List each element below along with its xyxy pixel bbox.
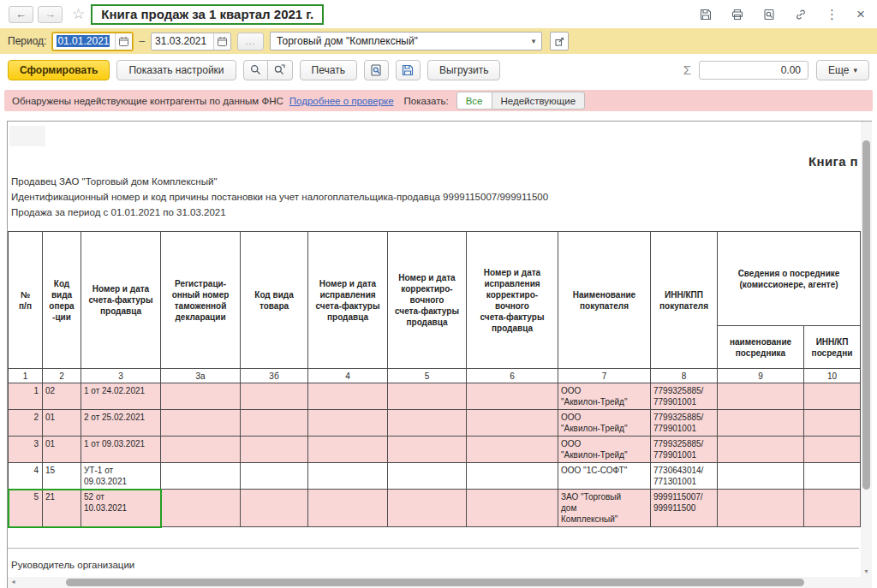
date-to-field[interactable]: 31.03.2021 (151, 33, 231, 50)
col-header-adjustment[interactable]: Номер и дата корректиро- вочного счета-ф… (388, 232, 467, 369)
organization-combo[interactable]: Торговый дом "Комплексный" ▾ (270, 32, 542, 50)
filter-inactive-button[interactable]: Недействующие (492, 92, 586, 110)
print-icon[interactable] (731, 8, 744, 21)
calendar-icon[interactable] (115, 33, 132, 50)
col-number[interactable]: 4 (308, 369, 388, 383)
cell-col11[interactable] (718, 463, 804, 490)
cell-col8[interactable] (467, 463, 558, 490)
col-number[interactable]: 6 (467, 369, 558, 383)
cell-col9[interactable]: ООО "1С-СОФТ" (558, 463, 651, 490)
preview-icon[interactable] (762, 8, 776, 21)
scroll-left-icon[interactable]: ◄ (10, 579, 16, 585)
cell-col7[interactable] (388, 383, 467, 410)
cell-col12[interactable] (804, 490, 861, 527)
cell-col4[interactable] (161, 383, 241, 410)
print-button[interactable]: Печать (300, 60, 357, 80)
cell-col1[interactable]: 2 (9, 410, 43, 437)
col-number[interactable]: 8 (651, 369, 718, 383)
cell-col5[interactable] (241, 383, 308, 410)
horizontal-scrollbar[interactable]: ◄ (8, 577, 861, 588)
horizontal-scrollbar-thumb[interactable] (66, 579, 804, 586)
calendar-icon[interactable] (213, 33, 230, 50)
col-header-op-code[interactable]: Код вида опера -ции (43, 232, 81, 369)
organization-value[interactable]: Торговый дом "Комплексный" (271, 35, 526, 47)
col-number[interactable]: 9 (718, 369, 804, 383)
cell-col7[interactable] (388, 410, 467, 437)
col-header-buyer-name[interactable]: Наименование покупателя (558, 232, 651, 369)
cell-col8[interactable] (467, 410, 558, 437)
cell-col4[interactable] (161, 410, 241, 437)
period-more-button[interactable]: ... (237, 33, 264, 50)
cell-col4[interactable] (161, 437, 241, 463)
col-header-buyer-inn[interactable]: ИНН/КПП покупателя (651, 232, 718, 369)
cell-col10[interactable]: 7799325885/ 779901001 (651, 410, 718, 437)
cell-col11[interactable] (718, 410, 804, 437)
cell-col7[interactable] (388, 463, 467, 490)
cell-col2[interactable]: 15 (43, 463, 81, 490)
sheet-corner[interactable] (9, 126, 45, 146)
show-settings-button[interactable]: Показать настройки (116, 60, 236, 80)
cell-col9[interactable]: ЗАО "Торговый дом Комплексный" (558, 490, 651, 527)
col-number[interactable]: 1 (9, 369, 43, 383)
vertical-scrollbar-thumb[interactable] (862, 140, 870, 490)
cell-col10[interactable]: 9999115007/ 999911500 (651, 490, 718, 527)
col-header-agent-inn[interactable]: ИНН/КП посредни (804, 326, 861, 369)
print-preview-button[interactable] (364, 60, 389, 80)
col-number[interactable]: 10 (804, 369, 861, 383)
cell-col6[interactable] (308, 383, 388, 410)
sum-input[interactable] (699, 61, 808, 80)
cell-col2[interactable]: 21 (43, 490, 81, 527)
forward-button[interactable]: → (38, 6, 63, 23)
cell-col9[interactable]: ООО "Аквилон-Трейд" (558, 383, 651, 410)
cell-col1[interactable]: 5 (9, 490, 43, 527)
close-icon[interactable]: × (856, 7, 865, 21)
cell-col11[interactable] (718, 383, 804, 410)
link-icon[interactable] (794, 8, 808, 21)
col-number[interactable]: 3а (161, 369, 241, 383)
col-header-invoice[interactable]: Номер и дата счета-фактуры продавца (81, 232, 161, 369)
cell-col11[interactable] (718, 437, 804, 463)
cell-col9[interactable]: ООО "Аквилон-Трейд" (558, 437, 651, 463)
cell-col1[interactable]: 1 (9, 383, 43, 410)
cell-col3[interactable]: 1 от 09.03.2021 (81, 437, 161, 463)
back-button[interactable]: ← (9, 6, 33, 23)
cell-col10[interactable]: 7799325885/ 779901001 (651, 383, 718, 410)
organization-open-button[interactable] (550, 32, 569, 50)
col-number[interactable]: 3б (241, 369, 308, 383)
cell-col6[interactable] (308, 490, 388, 527)
col-number[interactable]: 7 (558, 369, 651, 383)
cell-col3[interactable]: 2 от 25.02.2021 (81, 410, 161, 437)
save-icon[interactable] (699, 8, 713, 21)
export-button[interactable]: Выгрузить (427, 60, 501, 80)
cell-col5[interactable] (241, 437, 308, 463)
cell-col3[interactable]: УТ-1 от 09.03.2021 (81, 463, 161, 490)
cell-col11[interactable] (718, 490, 804, 527)
col-header-agent-group[interactable]: Сведения о посреднике (комиссионере, аге… (718, 232, 861, 326)
col-header-correction[interactable]: Номер и дата исправления счета-фактуры п… (308, 232, 388, 369)
cell-col9[interactable]: ООО "Аквилон-Трейд" (558, 410, 651, 437)
more-menu-icon[interactable]: ⋮ (826, 8, 838, 21)
cell-col10[interactable]: 7799325885/ 779901001 (651, 437, 718, 463)
more-button[interactable]: Еще ▾ (816, 60, 869, 80)
cell-col8[interactable] (467, 437, 558, 463)
cell-col2[interactable]: 01 (43, 410, 81, 437)
cell-col1[interactable]: 3 (9, 437, 43, 463)
col-header-customs-reg[interactable]: Регистраци- онный номер таможенной декла… (161, 232, 241, 369)
cell-col10[interactable]: 7730643014/ 771301001 (651, 463, 718, 490)
cell-col2[interactable]: 02 (43, 383, 81, 410)
cell-col5[interactable] (241, 410, 308, 437)
col-header-product-code[interactable]: Код вида товара (241, 232, 308, 369)
cell-col7[interactable] (388, 490, 467, 527)
col-header-adjustment-correction[interactable]: Номер и дата исправления корректиро- воч… (467, 232, 558, 369)
warning-details-link[interactable]: Подробнее о проверке (289, 96, 394, 106)
cell-col12[interactable] (804, 383, 861, 410)
cell-col6[interactable] (308, 410, 388, 437)
col-header-num[interactable]: № п/п (9, 232, 43, 369)
cell-col6[interactable] (308, 463, 388, 490)
search-next-button[interactable] (268, 60, 293, 80)
date-to-value[interactable]: 31.03.2021 (152, 35, 213, 47)
col-number[interactable]: 5 (388, 369, 467, 383)
filter-all-button[interactable]: Все (456, 92, 492, 110)
cell-col4[interactable] (161, 490, 241, 527)
chevron-down-icon[interactable]: ▾ (526, 37, 541, 45)
